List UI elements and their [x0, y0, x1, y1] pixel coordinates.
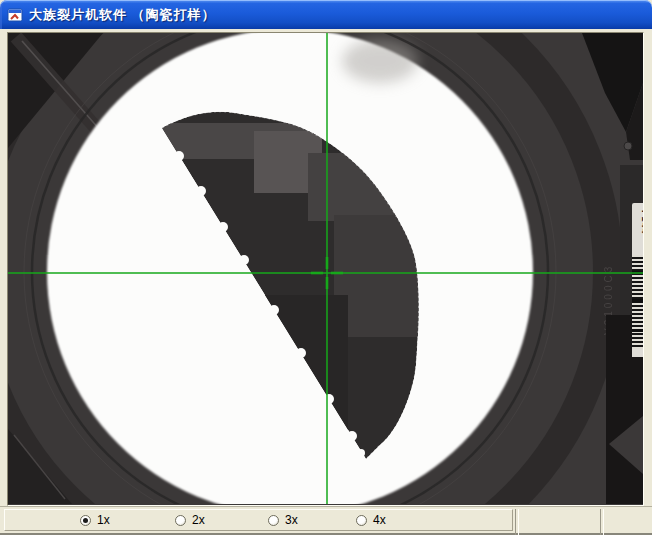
barcode-text: F144 [640, 210, 643, 235]
radio-button-icon[interactable] [80, 515, 91, 526]
zoom-4x-label: 4x [373, 514, 386, 526]
status-bar-divider [600, 509, 604, 535]
radio-button-icon[interactable] [356, 515, 367, 526]
barcode-label: F144 [632, 203, 643, 357]
zoom-4x-radio[interactable]: 4x [356, 514, 386, 526]
dust-smudge [342, 39, 418, 83]
camera-image: V21000C3 [8, 33, 643, 504]
zoom-3x-radio[interactable]: 3x [268, 514, 298, 526]
zoom-1x-label: 1x [97, 514, 110, 526]
zoom-3x-label: 3x [285, 514, 298, 526]
zoom-level-panel: 1x 2x 3x 4x [4, 509, 513, 531]
radio-button-icon[interactable] [268, 515, 279, 526]
screw-dot [624, 142, 632, 150]
zoom-1x-radio[interactable]: 1x [80, 514, 110, 526]
title-bar: 大族裂片机软件 （陶瓷打样） [0, 0, 652, 29]
status-bar: 1x 2x 3x 4x [0, 506, 652, 535]
zoom-2x-radio[interactable]: 2x [175, 514, 205, 526]
window-title: 大族裂片机软件 （陶瓷打样） [29, 6, 216, 24]
app-icon [7, 7, 23, 23]
zoom-2x-label: 2x [192, 514, 205, 526]
radio-button-icon[interactable] [175, 515, 186, 526]
status-bar-divider [515, 509, 519, 535]
camera-viewport: V21000C3 [7, 32, 644, 506]
